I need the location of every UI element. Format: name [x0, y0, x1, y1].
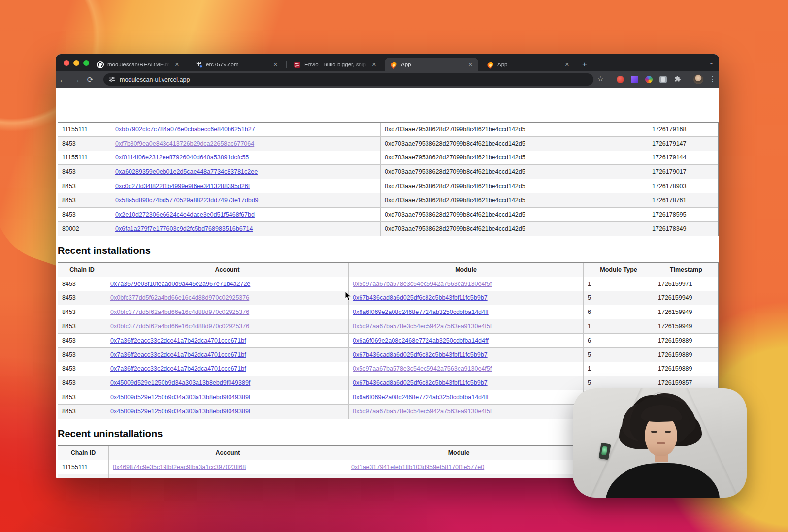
account-link[interactable]: 0x45009d529e1250b9d34a303a13b8ebd9f04938…	[110, 394, 250, 401]
module-link[interactable]: 0x67b436cad8a6d025df6c82c5bb43fbf11fc5b9…	[353, 379, 488, 386]
module-link[interactable]: 0x6a6f069e2a08c2468e7724ab3250cdbfba14d4…	[353, 309, 489, 315]
forward-icon[interactable]: →	[69, 75, 83, 84]
tab-separator	[188, 61, 188, 68]
new-tab-button[interactable]: +	[579, 59, 591, 70]
close-window-button[interactable]	[64, 60, 69, 66]
account-link[interactable]: 0x7a36ff2eacc33c2dce41a7b42dca4701cce671…	[110, 351, 246, 358]
table-cell: 1726159889	[654, 334, 718, 347]
flame-favicon-icon	[390, 61, 397, 68]
tab-close-icon[interactable]: ✕	[563, 61, 571, 68]
column-header: Chain ID	[58, 446, 109, 460]
table-cell: 5	[584, 291, 654, 305]
account-link[interactable]: 0x7a36ff2eacc33c2dce41a7b42dca4701cce671…	[110, 365, 246, 372]
module-link[interactable]: 0xf1ae317941efeb1ffb103d959ef58170f1e577…	[351, 464, 484, 470]
table-row: 84530x58a5d890c74bd5770529a88223dd74973e…	[58, 193, 718, 208]
table-cell: 0xd703aae79538628d27099b8c4f621be4ccd142…	[381, 123, 648, 136]
extension-red-icon[interactable]	[617, 76, 624, 83]
module-link[interactable]: 0x67b436cad8a6d025df6c82c5bb43fbf11fc5b9…	[353, 351, 488, 358]
extension-rainbow-icon[interactable]	[645, 76, 653, 83]
tab-close-icon[interactable]: ✕	[173, 61, 181, 68]
table-row: 84530xf7b30f9ea0e843c413726b29dca22658ac…	[58, 137, 718, 151]
profile-avatar[interactable]	[693, 74, 703, 84]
table-cell: 5	[584, 348, 654, 362]
account-link[interactable]: 0x469874c9e35c19fbf2eac9fba3a1cc397023ff…	[113, 477, 246, 478]
tab-github-readme[interactable]: modulescan/README.md at ✕	[91, 58, 185, 71]
tab-search-chevron-icon[interactable]: ⌄	[709, 59, 714, 66]
table-cell: 0xf0114f06e2312eeff7926040d640a53891dcfc…	[111, 151, 381, 165]
address-bar[interactable]: modulescan-ui.vercel.app	[103, 73, 593, 86]
account-link[interactable]: 0x45009d529e1250b9d34a303a13b8ebd9f04938…	[110, 408, 250, 415]
flame-favicon-icon	[486, 61, 494, 68]
account-link[interactable]: 0xc0d27fd34f822f1b4999e9f6ee3413288395d2…	[115, 183, 250, 189]
account-link[interactable]: 0x0bfc377dd5f62a4bd66e16c4d88d970c029253…	[110, 323, 249, 330]
module-link[interactable]: 0x5c97aa67ba578e3c54ec5942a7563ea9130e4f…	[353, 365, 492, 372]
tab-title: erc7579.com	[206, 62, 270, 67]
toolbar-divider	[688, 75, 688, 83]
table-cell: 0x67b436cad8a6d025df6c82c5bb43fbf11fc5b9…	[349, 348, 584, 362]
table-cell: 0xa60289359e0eb01e2d5cae448a7734c83781c2…	[111, 165, 381, 179]
table-cell: 0xc0d27fd34f822f1b4999e9f6ee3413288395d2…	[111, 179, 381, 193]
account-link[interactable]: 0xf0114f06e2312eeff7926040d640a53891dcfc…	[115, 154, 249, 161]
bookmark-star-icon[interactable]: ☆	[597, 75, 604, 83]
account-link[interactable]: 0x7a3579e03f10feaad0d9a445e2a967e71b4a27…	[110, 281, 250, 287]
url-text: modulescan-ui.vercel.app	[120, 76, 190, 83]
table-cell: 1726179017	[648, 165, 718, 179]
tab-close-icon[interactable]: ✕	[370, 61, 378, 68]
back-icon[interactable]: ←	[56, 75, 69, 84]
module-link[interactable]: 0xf1ae317941efeb1ffb103d959ef58170f1e577…	[351, 477, 484, 478]
site-controls-icon[interactable]	[109, 75, 115, 84]
module-link[interactable]: 0x67b436cad8a6d025df6c82c5bb43fbf11fc5b9…	[353, 294, 488, 301]
table-cell: 8453	[58, 291, 106, 305]
table-cell: 1726159949	[654, 305, 718, 319]
zoom-window-button[interactable]	[83, 60, 89, 66]
account-link[interactable]: 0xf7b30f9ea0e843c413726b29dca22658ac6770…	[115, 140, 254, 147]
module-link[interactable]: 0x6a6f069e2a08c2468e7724ab3250cdbfba14d4…	[353, 337, 489, 344]
column-header: Account	[106, 263, 349, 277]
tab-envio[interactable]: Envio | Build bigger, ship fast ✕	[288, 58, 382, 71]
table-cell: 0x67b436cad8a6d025df6c82c5bb43fbf11fc5b9…	[349, 291, 584, 305]
table-row: 84530x7a36ff2eacc33c2dce41a7b42dca4701cc…	[58, 348, 718, 362]
account-link[interactable]: 0xa60289359e0eb01e2d5cae448a7734c83781c2…	[115, 168, 258, 175]
tab-close-icon[interactable]: ✕	[467, 61, 474, 68]
tab-erc7579[interactable]: erc7579.com ✕	[190, 58, 283, 71]
table-cell: 1726178761	[648, 193, 718, 207]
tab-app-2[interactable]: App ✕	[481, 58, 575, 71]
account-link[interactable]: 0x58a5d890c74bd5770529a88223dd74973e17db…	[115, 197, 259, 204]
table-cell: 1726178349	[648, 222, 718, 236]
table-cell: 1	[584, 362, 654, 376]
table-cell: 1726178903	[648, 179, 718, 193]
module-link[interactable]: 0x5c97aa67ba578e3c54ec5942a7563ea9130e4f…	[353, 323, 492, 330]
webcam-overlay	[573, 388, 747, 498]
extensions-puzzle-icon[interactable]	[674, 75, 681, 85]
account-link[interactable]: 0xbb7902cfc7c784a076e0cbabecc6e840b6251b…	[115, 126, 255, 133]
table-cell: 0xf7b30f9ea0e843c413726b29dca22658ac6770…	[111, 137, 381, 151]
table-cell: 11155111	[58, 474, 109, 478]
table-cell: 8453	[58, 319, 106, 333]
extension-purple-icon[interactable]	[631, 76, 638, 83]
table-cell: 1726159889	[654, 348, 718, 362]
account-link[interactable]: 0x6fa1a279f7e177603c9d2fc5bd768983516b67…	[115, 225, 253, 232]
account-link[interactable]: 0x0bfc377dd5f62a4bd66e16c4d88d970c029253…	[110, 294, 249, 301]
module-link[interactable]: 0x5c97aa67ba578e3c54ec5942a7563ea9130e4f…	[353, 408, 492, 415]
module-link[interactable]: 0x6a6f069e2a08c2468e7724ab3250cdbfba14d4…	[353, 394, 489, 401]
account-link[interactable]: 0x7a36ff2eacc33c2dce41a7b42dca4701cce671…	[110, 337, 246, 344]
table-cell: 0x45009d529e1250b9d34a303a13b8ebd9f04938…	[106, 390, 349, 404]
account-link[interactable]: 0x469874c9e35c19fbf2eac9fba3a1cc397023ff…	[113, 464, 246, 470]
table-cell: 0x7a3579e03f10feaad0d9a445e2a967e71b4a27…	[106, 277, 349, 291]
reload-icon[interactable]: ⟳	[83, 75, 97, 84]
table-cell: 0x58a5d890c74bd5770529a88223dd74973e17db…	[111, 193, 381, 207]
table-row: 84530x2e10d272306e6624c4e4dace3e0d51f546…	[58, 208, 718, 222]
tab-separator	[286, 61, 287, 68]
menu-kebab-icon[interactable]: ⋮	[709, 75, 716, 83]
tab-app-active[interactable]: App ✕	[385, 58, 478, 71]
account-link[interactable]: 0x45009d529e1250b9d34a303a13b8ebd9f04938…	[110, 379, 250, 386]
account-link[interactable]: 0x0bfc377dd5f62a4bd66e16c4d88d970c029253…	[110, 309, 249, 315]
account-link[interactable]: 0x2e10d272306e6624c4e4dace3e0d51f5468f67…	[115, 211, 255, 218]
table-cell: 0xf1ae317941efeb1ffb103d959ef58170f1e577…	[347, 460, 570, 474]
extension-grey-icon[interactable]	[659, 76, 667, 83]
tab-close-icon[interactable]: ✕	[272, 61, 279, 68]
table-row: 800020x6fa1a279f7e177603c9d2fc5bd7689835…	[58, 222, 718, 236]
module-link[interactable]: 0x5c97aa67ba578e3c54ec5942a7563ea9130e4f…	[353, 281, 492, 287]
minimize-window-button[interactable]	[73, 60, 79, 66]
table-cell: 0x6a6f069e2a08c2468e7724ab3250cdbfba14d4…	[349, 390, 584, 404]
